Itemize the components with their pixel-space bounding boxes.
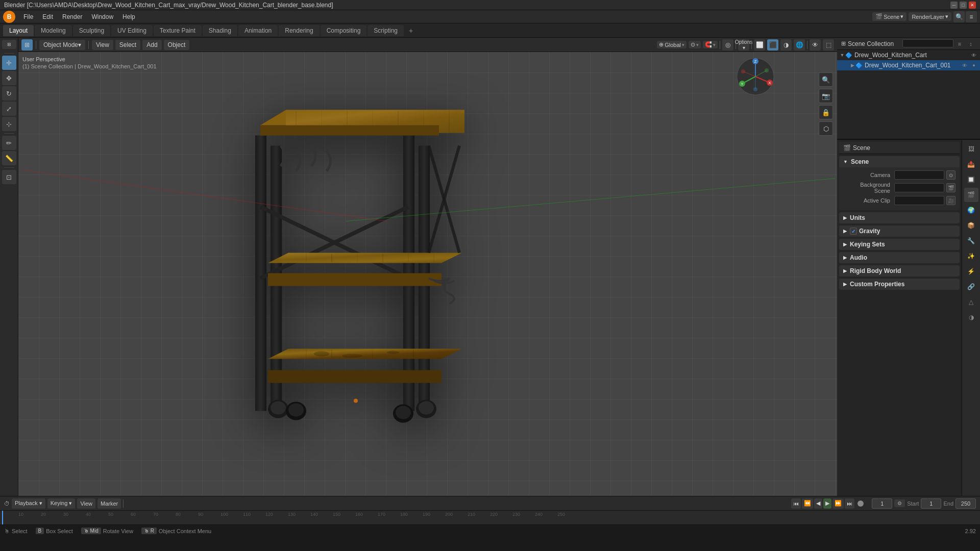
tool-rotate[interactable]: ↻ (2, 86, 16, 101)
start-frame-input[interactable] (921, 498, 941, 509)
lock-camera-btn[interactable]: 🔒 (819, 105, 833, 119)
tool-cursor[interactable]: ✛ (2, 56, 16, 70)
camera-field[interactable] (894, 170, 944, 180)
object-mode-dropdown[interactable]: Object Mode ▾ (39, 40, 85, 50)
section-audio-header[interactable]: ▶ Audio (839, 252, 960, 263)
close-button[interactable]: ✕ (969, 2, 976, 9)
props-tab-physics[interactable]: ⚡ (964, 264, 978, 279)
jump-start-btn[interactable]: ⏮ (791, 498, 801, 509)
add-workspace-button[interactable]: + (405, 26, 417, 36)
minimize-button[interactable]: ─ (950, 2, 958, 9)
camera-view-btn[interactable]: 📷 (819, 89, 833, 103)
menu-window[interactable]: Window (87, 12, 117, 21)
tool-measure[interactable]: 📏 (2, 151, 16, 165)
props-tab-output[interactable]: 📤 (964, 157, 978, 171)
camera-browse-btn[interactable]: ⊙ (946, 170, 955, 180)
maximize-button[interactable]: □ (960, 2, 967, 9)
view-dropdown[interactable]: View (77, 498, 95, 509)
viewport-canvas[interactable]: User Perspective (1) Scene Collection | … (18, 52, 837, 496)
props-tab-object[interactable]: 📦 (964, 218, 978, 233)
menu-render[interactable]: Render (58, 12, 86, 21)
active-clip-field[interactable] (894, 196, 944, 205)
section-gravity-header[interactable]: ▶ ✓ Gravity (839, 226, 960, 237)
section-units-header[interactable]: ▶ Units (839, 212, 960, 223)
tab-texture-paint[interactable]: Texture Paint (154, 25, 202, 36)
tab-sculpting[interactable]: Sculpting (73, 25, 110, 36)
viewport-type-icon[interactable]: ⊞ (21, 39, 33, 51)
pivot-dropdown[interactable]: ▾ (696, 42, 699, 47)
tab-layout[interactable]: Layout (3, 25, 34, 36)
next-frame-btn[interactable]: ⏩ (832, 498, 844, 509)
menu-edit[interactable]: Edit (38, 12, 57, 21)
collection-root[interactable]: ▼ 🔷 Drew_Wood_Kitchen_Cart 👁 (837, 50, 980, 60)
viewport-overlay-btn[interactable]: 👁 (810, 39, 821, 51)
topbar-filter-btn[interactable]: ≡ (966, 11, 977, 22)
tab-shading[interactable]: Shading (203, 25, 237, 36)
renderlayer-label[interactable]: RenderLayer (912, 14, 944, 20)
props-tab-constraints[interactable]: 🔗 (964, 280, 978, 294)
play-reverse-btn[interactable]: ◀ (814, 498, 822, 509)
outliner-sort-btn[interactable]: ↕ (966, 39, 976, 48)
active-clip-browse-btn[interactable]: 🎥 (946, 196, 955, 205)
gravity-checkbox[interactable]: ✓ (850, 228, 857, 235)
outliner-search-input[interactable] (902, 39, 953, 47)
jump-end-btn[interactable]: ⏭ (845, 498, 854, 509)
wireframe-btn[interactable]: ⬜ (754, 39, 765, 51)
menu-help[interactable]: Help (118, 12, 139, 21)
topbar-search-btn[interactable]: 🔍 (953, 11, 965, 22)
item-eye-1[interactable]: 👁 (961, 61, 969, 69)
timeline-scrubber[interactable]: 10 20 30 40 50 60 70 80 90 100 110 120 1… (0, 511, 980, 524)
blender-logo[interactable]: B (3, 11, 15, 23)
keying-dropdown[interactable]: Keying ▾ (47, 498, 76, 509)
tab-animation[interactable]: Animation (238, 25, 278, 36)
view-menu[interactable]: View (92, 40, 113, 50)
props-tab-world[interactable]: 🌍 (964, 203, 978, 217)
scene-dropdown-label[interactable]: Scene (884, 14, 899, 20)
object-menu[interactable]: Object (164, 40, 190, 50)
tool-add-cube[interactable]: ⊡ (2, 170, 16, 184)
mode-selector-icon[interactable]: ⊞ (2, 40, 16, 49)
collection-eye-1[interactable]: 👁 (970, 51, 978, 59)
tab-compositing[interactable]: Compositing (321, 25, 367, 36)
rendered-btn[interactable]: 🌐 (794, 39, 805, 51)
section-keying-header[interactable]: ▶ Keying Sets (839, 239, 960, 250)
outliner-filter-btn[interactable]: ≡ (954, 39, 965, 48)
props-tab-render[interactable]: 🖼 (964, 142, 978, 156)
select-menu[interactable]: Select (115, 40, 140, 50)
props-tab-scene[interactable]: 🎬 (964, 188, 978, 202)
collection-expand-2[interactable]: ▶ (849, 62, 855, 68)
tool-scale[interactable]: ⤢ (2, 102, 16, 116)
frame-settings-icon[interactable]: ⚙ (894, 499, 905, 507)
props-tab-material[interactable]: ◑ (964, 310, 978, 324)
solid-btn[interactable]: ⬛ (767, 39, 778, 51)
tab-modeling[interactable]: Modeling (35, 25, 72, 36)
props-tab-particles[interactable]: ✨ (964, 249, 978, 263)
bg-scene-field[interactable] (894, 183, 944, 192)
tab-rendering[interactable]: Rendering (279, 25, 319, 36)
transform-dropdown[interactable]: ▾ (682, 42, 684, 47)
section-rigidbody-header[interactable]: ▶ Rigid Body World (839, 265, 960, 277)
options-btn[interactable]: Options ▾ (738, 39, 749, 51)
item-select-1[interactable]: ● (970, 61, 978, 69)
local-view-btn[interactable]: ⬡ (819, 121, 833, 136)
playback-dropdown[interactable]: Playback ▾ (12, 498, 45, 509)
add-menu[interactable]: Add (142, 40, 161, 50)
material-preview-btn[interactable]: ◑ (780, 39, 792, 51)
props-tab-data[interactable]: △ (964, 295, 978, 309)
menu-file[interactable]: File (19, 12, 37, 21)
section-customprops-header[interactable]: ▶ Custom Properties (839, 279, 960, 290)
bg-scene-browse-btn[interactable]: 🎬 (946, 183, 955, 192)
section-scene-header[interactable]: ▼ Scene (839, 156, 960, 167)
tool-transform[interactable]: ⊹ (2, 117, 16, 131)
marker-dropdown[interactable]: Marker (97, 498, 121, 509)
collection-item-1[interactable]: ▶ 🔷 Drew_Wood_Kitchen_Cart_001 👁 ● (837, 60, 980, 70)
snap-dropdown[interactable]: ▾ (713, 42, 716, 47)
props-tab-modifier[interactable]: 🔧 (964, 234, 978, 248)
tab-scripting[interactable]: Scripting (368, 25, 404, 36)
play-btn[interactable]: ▶ (823, 498, 831, 509)
prev-frame-btn[interactable]: ⏪ (802, 498, 813, 509)
end-frame-input[interactable] (955, 498, 976, 509)
tab-uv-editing[interactable]: UV Editing (111, 25, 153, 36)
props-tab-view-layer[interactable]: 🔲 (964, 172, 978, 187)
xray-btn[interactable]: ⬚ (823, 39, 834, 51)
